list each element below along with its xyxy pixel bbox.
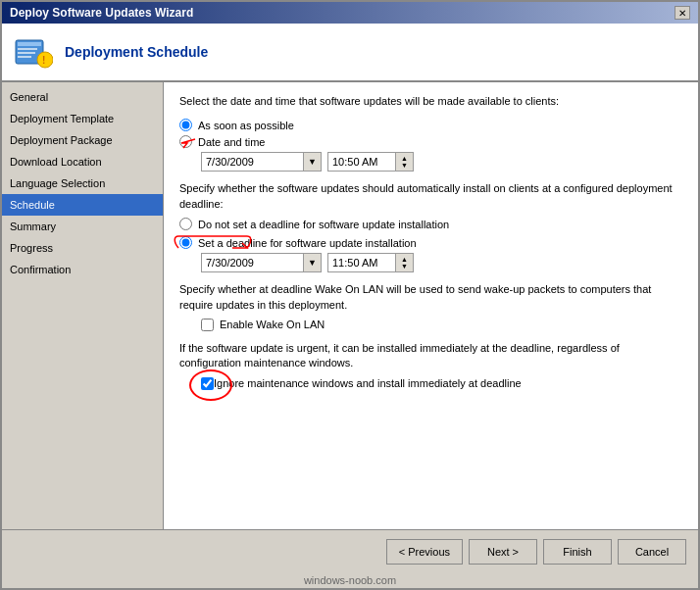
sidebar-item-summary[interactable]: Summary [2, 216, 163, 237]
ignore-maintenance-row: Ignore maintenance windows and install i… [201, 377, 682, 390]
deadline-time-input[interactable]: 11:50 AM [327, 253, 396, 272]
ignore-maintenance-checkbox[interactable] [201, 377, 214, 390]
finish-button[interactable]: Finish [543, 539, 612, 565]
sidebar: General Deployment Template Deployment P… [2, 82, 164, 529]
radio-set-deadline-label: Set a deadline for software update insta… [198, 237, 417, 249]
enable-wakeup-row: Enable Wake On LAN [201, 319, 682, 331]
svg-rect-4 [18, 56, 31, 58]
sidebar-item-general[interactable]: General [2, 86, 163, 108]
wizard-icon: ! [14, 32, 53, 72]
availability-time-spin[interactable]: ▲ ▼ [396, 152, 414, 172]
next-button[interactable]: Next > [469, 539, 537, 565]
header-title: Deployment Schedule [65, 44, 208, 60]
ignore-maintenance-label: Ignore maintenance windows and install i… [214, 377, 522, 389]
availability-date-dropdown[interactable]: ▼ [304, 152, 322, 172]
enable-wakeup-checkbox[interactable] [201, 319, 214, 331]
radio-asap[interactable] [179, 119, 192, 131]
radio-set-deadline-row: Set a deadline for software update insta… [179, 236, 682, 249]
availability-description: Select the date and time that software u… [179, 94, 682, 109]
watermark: windows-noob.com [2, 572, 698, 588]
sidebar-item-deployment-package[interactable]: Deployment Package [2, 129, 163, 151]
deadline-datetime-picker: 7/30/2009 ▼ 11:50 AM ▲ ▼ [201, 253, 682, 272]
radio-datetime-label: Date and time [198, 136, 265, 148]
availability-time-input[interactable]: 10:50 AM [327, 152, 396, 172]
header-bar: ! Deployment Schedule [2, 24, 698, 82]
urgent-description: If the software update is urgent, it can… [179, 341, 682, 371]
sidebar-item-confirmation[interactable]: Confirmation [2, 259, 163, 280]
radio-no-deadline-label: Do not set a deadline for software updat… [198, 219, 449, 230]
svg-rect-1 [18, 42, 41, 46]
deadline-date-input[interactable]: 7/30/2009 [201, 253, 304, 272]
sidebar-item-schedule[interactable]: Schedule [2, 194, 163, 216]
title-bar-text: Deploy Software Updates Wizard [10, 6, 193, 20]
main-window: Deploy Software Updates Wizard ✕ ! Deplo… [0, 0, 700, 590]
deadline-date-dropdown[interactable]: ▼ [304, 253, 322, 272]
enable-wakeup-label: Enable Wake On LAN [220, 319, 325, 330]
svg-text:!: ! [42, 55, 45, 66]
radio-no-deadline[interactable] [179, 218, 192, 230]
deadline-description: Specify whether the software updates sho… [179, 181, 682, 212]
radio-no-deadline-row: Do not set a deadline for software updat… [179, 218, 682, 230]
radio-datetime-row: Date and time [179, 135, 682, 148]
title-bar: Deploy Software Updates Wizard ✕ [2, 2, 698, 24]
sidebar-item-language-selection[interactable]: Language Selection [2, 172, 163, 194]
svg-rect-3 [18, 52, 35, 54]
previous-button[interactable]: < Previous [386, 539, 463, 565]
svg-rect-2 [18, 48, 37, 50]
radio-asap-row: As soon as possible [179, 119, 682, 131]
content-area: Select the date and time that software u… [164, 82, 698, 529]
availability-date-input[interactable]: 7/30/2009 [201, 152, 304, 172]
radio-asap-label: As soon as possible [198, 120, 294, 131]
radio-datetime[interactable] [179, 135, 192, 148]
sidebar-item-deployment-template[interactable]: Deployment Template [2, 108, 163, 129]
main-content: General Deployment Template Deployment P… [2, 82, 698, 529]
close-button[interactable]: ✕ [675, 6, 690, 20]
deadline-time-spin[interactable]: ▲ ▼ [396, 253, 414, 272]
wakeup-description: Specify whether at deadline Wake On LAN … [179, 282, 682, 313]
sidebar-item-download-location[interactable]: Download Location [2, 151, 163, 172]
radio-set-deadline[interactable] [179, 236, 192, 249]
sidebar-item-progress[interactable]: Progress [2, 237, 163, 259]
footer: < Previous Next > Finish Cancel [2, 529, 698, 572]
availability-datetime-picker: 7/30/2009 ▼ 10:50 AM ▲ ▼ [201, 152, 682, 172]
cancel-button[interactable]: Cancel [618, 539, 686, 565]
